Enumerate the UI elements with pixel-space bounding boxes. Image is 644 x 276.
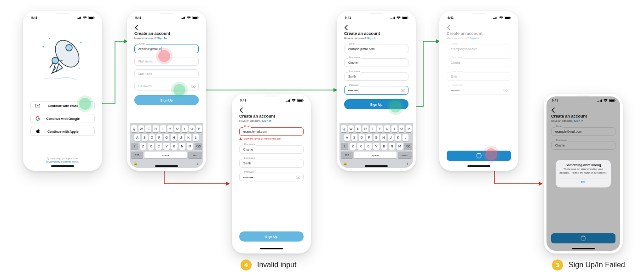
key-Y[interactable]: Y: [167, 125, 173, 132]
key-A[interactable]: A: [344, 134, 350, 141]
key-F[interactable]: F: [366, 134, 372, 141]
back-button[interactable]: [344, 25, 348, 30]
key-V[interactable]: V: [163, 143, 170, 150]
svg-rect-13: [181, 18, 182, 19]
eye-icon[interactable]: [401, 89, 405, 92]
key-Z[interactable]: Z: [140, 143, 146, 150]
firstname-input[interactable]: First nameCharlie: [239, 145, 304, 154]
password-input[interactable]: Password•••••••••: [239, 173, 304, 181]
key-V[interactable]: V: [373, 143, 380, 150]
emoji-key[interactable]: 😀: [134, 162, 137, 165]
continue-google-button[interactable]: Continue with Google: [30, 114, 95, 123]
space-key[interactable]: space: [144, 152, 187, 158]
signup-button[interactable]: Sign Up: [344, 99, 408, 109]
callout-badge: 4: [241, 259, 252, 270]
key-U[interactable]: U: [384, 125, 390, 132]
key-Q[interactable]: Q: [131, 125, 137, 132]
key-K[interactable]: K: [185, 134, 191, 141]
key-U[interactable]: U: [174, 125, 180, 132]
key-D[interactable]: D: [359, 134, 365, 141]
key-H[interactable]: H: [380, 134, 386, 141]
email-input[interactable]: Emailexamplemail.com: [239, 127, 304, 136]
key-B[interactable]: B: [171, 143, 178, 150]
key-C[interactable]: C: [365, 143, 372, 150]
firstname-input[interactable]: First nameCharlie: [344, 58, 408, 67]
key-X[interactable]: X: [357, 143, 364, 150]
back-button[interactable]: [134, 25, 138, 30]
key-Q[interactable]: Q: [341, 125, 347, 132]
key-W[interactable]: W: [138, 125, 144, 132]
key-S[interactable]: S: [351, 134, 357, 141]
mic-key[interactable]: 🎙: [196, 163, 199, 165]
continue-google-label: Continue with Google: [36, 117, 90, 120]
terms-link[interactable]: terms of use.: [65, 160, 79, 163]
password-input[interactable]: Password•••••••••: [344, 86, 408, 95]
key-E[interactable]: E: [355, 125, 361, 132]
key-P[interactable]: P: [196, 125, 202, 132]
signin-link[interactable]: Sign In: [262, 119, 271, 122]
key-D[interactable]: D: [149, 134, 155, 141]
key-M[interactable]: M: [187, 143, 193, 150]
key-R[interactable]: R: [153, 125, 159, 132]
key-P[interactable]: P: [406, 125, 412, 132]
eye-icon[interactable]: [296, 175, 300, 179]
svg-rect-32: [392, 18, 393, 19]
key-G[interactable]: G: [164, 134, 170, 141]
key-L[interactable]: L: [193, 134, 199, 141]
continue-apple-button[interactable]: Continue with Apple: [30, 127, 95, 136]
key-J[interactable]: J: [388, 134, 394, 141]
key-W[interactable]: W: [348, 125, 354, 132]
lastname-input[interactable]: Last name: [134, 69, 199, 78]
key-O[interactable]: O: [399, 125, 405, 132]
svg-rect-31: [391, 18, 391, 19]
continue-email-button[interactable]: Continue with email: [30, 101, 95, 110]
key-F[interactable]: F: [156, 134, 162, 141]
lastname-input[interactable]: Last nameSmith: [344, 72, 408, 81]
key-H[interactable]: H: [171, 134, 177, 141]
lastname-input[interactable]: Last nameSmith: [239, 159, 304, 168]
email-input[interactable]: Emailexample@mail.com: [344, 45, 408, 53]
numbers-key[interactable]: 123: [131, 152, 143, 158]
return-key[interactable]: return: [188, 152, 202, 158]
signin-link[interactable]: Sign In: [157, 37, 167, 39]
key-O[interactable]: O: [189, 125, 195, 132]
key-C[interactable]: C: [155, 143, 162, 150]
key-L[interactable]: L: [402, 134, 408, 141]
privacy-link[interactable]: privacy policy: [46, 160, 60, 163]
eye-icon[interactable]: [191, 84, 196, 88]
key-G[interactable]: G: [374, 134, 380, 141]
signup-button[interactable]: Sign Up: [134, 95, 199, 105]
wifi-icon: [83, 17, 87, 19]
key-K[interactable]: K: [395, 134, 401, 141]
signup-button[interactable]: Sign Up: [239, 231, 304, 242]
password-input[interactable]: Password: [134, 82, 199, 90]
key-J[interactable]: J: [178, 134, 184, 141]
key-A[interactable]: A: [134, 134, 140, 141]
back-button[interactable]: [447, 25, 450, 30]
key-R[interactable]: R: [362, 125, 368, 132]
key-I[interactable]: I: [391, 125, 397, 132]
key-X[interactable]: X: [148, 143, 154, 150]
delete-key[interactable]: ⌫: [195, 143, 202, 150]
key-T[interactable]: T: [370, 125, 376, 132]
phone-error: 9:41 Create an account Have an account? …: [544, 94, 623, 253]
key-Y[interactable]: Y: [377, 125, 383, 132]
keyboard[interactable]: QWERTYUIOP ASDFGHJKL ⇧ZXCVBNM⌫ 123 space…: [130, 123, 203, 168]
key-M[interactable]: M: [397, 143, 403, 150]
key-Z[interactable]: Z: [350, 143, 356, 150]
email-input[interactable]: Emailexample@mail.c: [134, 45, 199, 53]
key-B[interactable]: B: [381, 143, 387, 150]
key-N[interactable]: N: [389, 143, 395, 150]
key-E[interactable]: E: [145, 125, 151, 132]
back-button[interactable]: [239, 107, 243, 113]
firstname-input[interactable]: First name: [134, 57, 199, 66]
key-I[interactable]: I: [182, 125, 188, 132]
alert-ok-button[interactable]: OK: [559, 178, 607, 184]
key-T[interactable]: T: [160, 125, 166, 132]
keyboard[interactable]: QWERTYUIOP ASDFGHJKL ⇧ZXCVBNM⌫ 123 space…: [339, 123, 413, 168]
key-S[interactable]: S: [142, 134, 148, 141]
signin-link[interactable]: Sign In: [367, 37, 376, 39]
callout-failed: 3 Sign Up/In Failed: [552, 259, 625, 270]
key-N[interactable]: N: [179, 143, 185, 150]
shift-key[interactable]: ⇧: [131, 143, 138, 150]
